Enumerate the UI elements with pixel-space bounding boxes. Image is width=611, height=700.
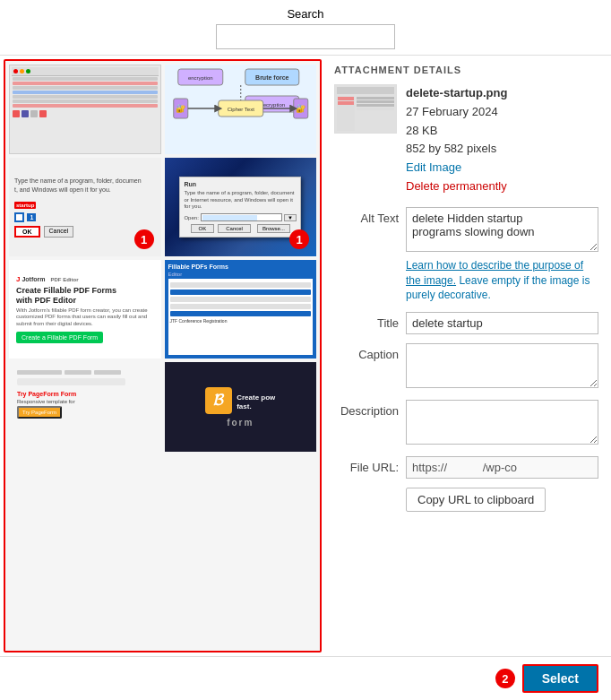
badge-1: 1 (134, 229, 154, 249)
create-pdf-btn[interactable]: Create a Fillable PDF Form (16, 332, 103, 343)
search-input[interactable] (216, 24, 395, 49)
svg-text:Brute force: Brute force (255, 74, 288, 81)
list-item[interactable]: Run Type the name of a program, folder, … (165, 158, 317, 256)
caption-textarea[interactable] (406, 343, 598, 388)
cancel-button[interactable]: Cancel (44, 226, 74, 238)
dialog-title: Run (184, 181, 297, 187)
pdf-form-thumbnail: Fillable PDFs Forms Editor JTF Conferenc… (165, 260, 317, 359)
form-dark-thumbnail: 𝓑 Create powfast. form (165, 362, 317, 452)
svg-text:🔐: 🔐 (296, 103, 306, 114)
file-info-row: delete-startup.png 27 February 2024 28 K… (334, 84, 598, 196)
dot-yellow (20, 69, 24, 73)
browse-btn[interactable]: Browse... (257, 224, 290, 233)
description-label: Description (334, 400, 399, 418)
main-area: encryption Brute force Decryption Cipher… (0, 56, 611, 656)
list-item[interactable]: 𝓑 Create powfast. form (165, 362, 317, 452)
file-thumbnail (334, 84, 397, 134)
content-row (13, 77, 158, 81)
flowchart-svg: encryption Brute force Decryption Cipher… (165, 65, 317, 154)
file-dimensions: 852 by 582 pixels (406, 140, 507, 159)
alt-text-textarea[interactable] (406, 207, 598, 252)
try-btn[interactable]: Try PageForm (17, 406, 62, 419)
file-date: 27 February 2024 (406, 103, 507, 122)
content-row (13, 104, 158, 108)
dot-green (26, 69, 30, 73)
section-title: ATTACHMENT DETAILS (334, 65, 598, 75)
list-item[interactable]: Fillable PDFs Forms Editor JTF Conferenc… (165, 260, 317, 359)
icon-area (13, 110, 158, 117)
alt-text-note: Learn how to describe the purpose of the… (406, 258, 598, 303)
title-input[interactable] (406, 312, 598, 334)
list-item[interactable]: Type the name of a program, folder, docu… (9, 158, 161, 256)
list-item[interactable]: Try PageForm Form Responsive template fo… (9, 362, 161, 452)
content-row (13, 99, 158, 103)
content-row (13, 86, 158, 90)
file-details: delete-startup.png 27 February 2024 28 K… (406, 84, 507, 196)
badge-2: 1 (289, 229, 309, 249)
file-url-row: File URL: (334, 456, 598, 479)
file-url-label: File URL: (334, 461, 399, 474)
bottom-bar: 2 Select (0, 656, 611, 700)
copy-url-btn-container: Copy URL to clipboard (406, 488, 598, 512)
content-row (13, 91, 158, 94)
svg-text:Cipher Text: Cipher Text (227, 107, 254, 112)
content-row (13, 95, 158, 99)
ok-button[interactable]: OK (14, 226, 40, 238)
file-size: 28 KB (406, 122, 507, 141)
list-item[interactable]: J Jotform PDF Editor Create Fillable PDF… (9, 260, 161, 359)
select-button[interactable]: Select (522, 664, 598, 693)
icon (39, 110, 47, 117)
icon (30, 110, 38, 117)
badge-2: 2 (495, 669, 515, 688)
file-name: delete-startup.png (406, 84, 507, 103)
caption-row: Caption (334, 343, 598, 391)
file-url-input[interactable] (406, 456, 598, 479)
attachment-details-panel: ATTACHMENT DETAILS (322, 56, 611, 656)
media-grid: encryption Brute force Decryption Cipher… (5, 61, 320, 455)
startup-label: startup (14, 202, 36, 209)
list-item[interactable] (9, 65, 161, 154)
content-row (13, 82, 158, 85)
caption-label: Caption (334, 343, 399, 361)
file-url-field (406, 456, 598, 479)
copy-url-button[interactable]: Copy URL to clipboard (406, 488, 546, 512)
try-pageform-thumbnail: Try PageForm Form Responsive template fo… (13, 367, 157, 447)
svg-text:encryption: encryption (187, 75, 212, 81)
search-header: Search (0, 0, 611, 56)
media-library-panel[interactable]: encryption Brute force Decryption Cipher… (4, 59, 322, 652)
jotform-thumbnail: J Jotform PDF Editor Create Fillable PDF… (13, 273, 158, 345)
alt-text-label: Alt Text (334, 207, 399, 225)
edit-image-link[interactable]: Edit Image (406, 159, 507, 177)
description-textarea[interactable] (406, 400, 598, 445)
icon (13, 110, 20, 117)
alt-text-field: Learn how to describe the purpose of the… (406, 207, 598, 303)
caption-field (406, 343, 598, 391)
cancel-btn[interactable]: Cancel (218, 224, 251, 233)
icon (22, 110, 29, 117)
title-field (406, 312, 598, 334)
svg-text:🔐: 🔐 (176, 103, 186, 114)
title-row: Title (334, 312, 598, 334)
description-field (406, 400, 598, 447)
list-item[interactable]: encryption Brute force Decryption Cipher… (165, 65, 317, 154)
alt-text-row: Alt Text Learn how to describe the purpo… (334, 207, 598, 303)
description-row: Description (334, 400, 598, 447)
ok-btn[interactable]: OK (191, 224, 215, 233)
title-label: Title (334, 312, 399, 330)
dot-red (13, 69, 18, 73)
delete-permanently-link[interactable]: Delete permanently (406, 177, 507, 196)
search-label: Search (287, 7, 323, 21)
